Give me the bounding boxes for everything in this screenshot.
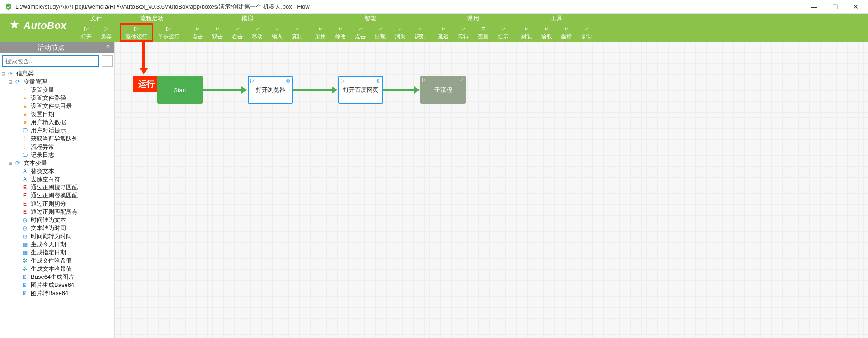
ribbon-button-复制[interactable]: ▹复制 bbox=[287, 23, 307, 42]
ribbon-button-右击[interactable]: ▹右击 bbox=[227, 23, 247, 42]
ribbon-group: 工具▹封装▹拾取▹坐标▹录制 bbox=[515, 14, 598, 42]
ribbon-group-title: 常用 bbox=[467, 14, 479, 23]
flow-node-subprocess[interactable]: ▷ ⤢ 子流程 bbox=[420, 76, 466, 104]
tree-item[interactable]: ≡用户输入数据 bbox=[0, 118, 114, 127]
ribbon-button-单步运行[interactable]: ▷单步运行 bbox=[153, 23, 184, 42]
tree-item[interactable]: ⦙获取当前异常队列 bbox=[0, 135, 114, 143]
ribbon-icon: ▹ bbox=[442, 25, 445, 32]
close-button[interactable]: ✕ bbox=[845, 0, 866, 14]
ribbon-button-变量[interactable]: ≡变量 bbox=[473, 23, 493, 42]
tree-item-label: 时间转为文本 bbox=[29, 216, 66, 224]
search-toggle[interactable]: ~ bbox=[102, 55, 113, 67]
ribbon-group-title: 流程启动 bbox=[140, 14, 164, 23]
tree-item[interactable]: A去除空白符 bbox=[0, 175, 114, 183]
flow-node-open-browser[interactable]: ▷ ◎ 打开浏览器 bbox=[248, 76, 293, 104]
activity-tree[interactable]: ⊟⟳信息类⊟⟳变量管理≡设置变量≡设置文件路径≡设置文件夹目录≡设置日期≡用户输… bbox=[0, 69, 114, 338]
ribbon-button-延迟[interactable]: ▹延迟 bbox=[434, 23, 453, 42]
tree-item[interactable]: ≡设置文件路径 bbox=[0, 94, 114, 102]
ribbon-button-消失[interactable]: ▹消失 bbox=[390, 23, 410, 42]
tree-item-icon: E bbox=[21, 192, 29, 199]
tree-item[interactable]: 🖵用户对话提示 bbox=[0, 127, 114, 135]
tree-item[interactable]: ⊟⟳文本变量 bbox=[0, 159, 114, 167]
tree-item-label: 流程异常 bbox=[29, 143, 54, 151]
tree-item-icon: A bbox=[21, 176, 29, 183]
tree-item[interactable]: ⊟⟳变量管理 bbox=[0, 78, 114, 86]
tree-item[interactable]: A替换文本 bbox=[0, 167, 114, 175]
maximize-button[interactable]: ☐ bbox=[825, 0, 845, 14]
tree-item[interactable]: ✲生成文本哈希值 bbox=[0, 265, 114, 273]
tree-item[interactable]: 🗎图片转Base64 bbox=[0, 289, 114, 297]
flow-canvas[interactable]: 运行 Start ▷ ◎ 打开浏览器 ▷ ◎ 打开百度网页 ▷ ⤢ 子流程 bbox=[115, 42, 868, 338]
ribbon-button-拾取[interactable]: ▹拾取 bbox=[537, 23, 557, 42]
tree-item[interactable]: ◷时间戳转为时间 bbox=[0, 232, 114, 240]
tree-item[interactable]: ✲生成文件哈希值 bbox=[0, 257, 114, 265]
ribbon-button-出现[interactable]: ▹出现 bbox=[370, 23, 390, 42]
ribbon-button-采集[interactable]: ▹采集 bbox=[311, 23, 330, 42]
tree-twist-icon[interactable]: ⊟ bbox=[0, 71, 6, 76]
search-input[interactable] bbox=[2, 55, 99, 67]
ribbon-group: 常用▹延迟▹等待≡变量▹提示 bbox=[432, 14, 515, 42]
tree-twist-icon[interactable]: ⊟ bbox=[7, 161, 14, 166]
ribbon-button-录制[interactable]: ▹录制 bbox=[576, 23, 596, 42]
tree-item-label: 设置变量 bbox=[29, 86, 54, 94]
flow-node-open-baidu[interactable]: ▷ ◎ 打开百度网页 bbox=[338, 76, 383, 104]
ribbon-button-坐标[interactable]: ▹坐标 bbox=[557, 23, 576, 42]
tree-item-icon: ✲ bbox=[21, 266, 29, 272]
ribbon-icon: ▹ bbox=[565, 25, 568, 32]
tree-item[interactable]: ⊟⟳信息类 bbox=[0, 70, 114, 78]
ribbon-icon: ▹ bbox=[399, 25, 402, 32]
ribbon-button-点击[interactable]: ▹点击 bbox=[350, 23, 370, 42]
tree-item[interactable]: ◷时间转为文本 bbox=[0, 216, 114, 224]
tree-item[interactable]: ≡设置变量 bbox=[0, 86, 114, 94]
tree-item[interactable]: E通过正则切分 bbox=[0, 200, 114, 208]
tree-item-label: 生成今天日期 bbox=[29, 240, 66, 249]
tree-item[interactable]: 🖵记录日志 bbox=[0, 151, 114, 159]
annotation-arrow bbox=[142, 42, 148, 74]
ribbon-button-双击[interactable]: ▹双击 bbox=[208, 23, 227, 42]
ribbon-button-另存[interactable]: ▷另存 bbox=[96, 23, 116, 42]
ribbon-button-识别[interactable]: ▹识别 bbox=[410, 23, 430, 42]
tree-item[interactable]: ▦生成指定日期 bbox=[0, 249, 114, 257]
tree-item-icon: 🖵 bbox=[21, 127, 29, 134]
ribbon-button-封装[interactable]: ▹封装 bbox=[517, 23, 537, 42]
ribbon-button-移动[interactable]: ▹移动 bbox=[247, 23, 267, 42]
ribbon-group-title: 模拟 bbox=[241, 14, 253, 23]
tree-item[interactable]: ≡设置文件夹目录 bbox=[0, 102, 114, 110]
tree-item[interactable]: 🗎Base64生成图片 bbox=[0, 273, 114, 281]
ribbon-icon: ▷ bbox=[84, 25, 89, 32]
ribbon-button-点击[interactable]: ▹点击 bbox=[188, 23, 208, 42]
ribbon-button-打开[interactable]: ▷打开 bbox=[76, 23, 96, 42]
tree-item[interactable]: E通过正则替换匹配 bbox=[0, 192, 114, 200]
ribbon-label: 点击 bbox=[192, 33, 203, 41]
ribbon-button-等待[interactable]: ▹等待 bbox=[453, 23, 473, 42]
tree-item-label: 文本变量 bbox=[22, 159, 47, 167]
tree-item[interactable]: ⦙流程异常 bbox=[0, 143, 114, 151]
tree-item[interactable]: E通过正则搜寻匹配 bbox=[0, 183, 114, 192]
ribbon-button-输入[interactable]: ▹输入 bbox=[267, 23, 287, 42]
tree-item-label: 去除空白符 bbox=[29, 175, 60, 183]
tree-item-icon: ≡ bbox=[21, 95, 29, 101]
app-logo: AutoBox bbox=[0, 14, 75, 42]
ribbon-label: 双击 bbox=[212, 33, 223, 41]
target-icon: ◎ bbox=[286, 78, 290, 84]
flow-node-start[interactable]: Start bbox=[157, 76, 203, 104]
tree-item[interactable]: ◷文本转为时间 bbox=[0, 224, 114, 232]
tree-item-label: 通过正则切分 bbox=[29, 200, 66, 208]
minimize-button[interactable]: — bbox=[804, 0, 825, 14]
ribbon-button-整体运行[interactable]: ▷整体运行 bbox=[120, 23, 153, 42]
flow-edge bbox=[203, 89, 246, 91]
ribbon-button-修改[interactable]: ▹修改 bbox=[330, 23, 350, 42]
tree-item-label: 通过正则匹配所有 bbox=[29, 208, 78, 216]
ribbon-label: 移动 bbox=[252, 33, 263, 41]
tree-item-label: 信息类 bbox=[14, 70, 34, 78]
flow-edge bbox=[293, 89, 336, 91]
tree-item[interactable]: E通过正则匹配所有 bbox=[0, 208, 114, 216]
tree-item[interactable]: ▦生成今天日期 bbox=[0, 240, 114, 249]
tree-item[interactable]: 🗎图片生成Base64 bbox=[0, 281, 114, 289]
help-icon[interactable]: ? bbox=[102, 44, 114, 51]
tree-twist-icon[interactable]: ⊟ bbox=[7, 80, 14, 84]
tree-item-icon: ⟳ bbox=[14, 79, 22, 85]
ribbon-button-提示[interactable]: ▹提示 bbox=[493, 23, 513, 42]
play-icon: ▷ bbox=[250, 78, 254, 84]
tree-item[interactable]: ≡设置日期 bbox=[0, 110, 114, 118]
